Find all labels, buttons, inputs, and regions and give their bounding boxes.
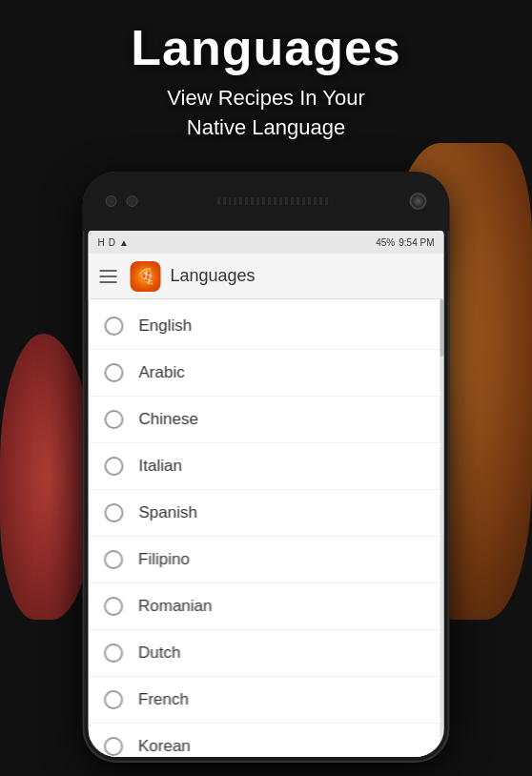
app-logo-icon: 🍕 xyxy=(131,261,161,292)
language-label-romanian: Romanian xyxy=(138,597,213,616)
language-label-french: French xyxy=(138,690,189,709)
language-label-spanish: Spanish xyxy=(138,503,196,522)
scrollbar-track xyxy=(440,299,444,757)
language-item-arabic[interactable]: Arabic xyxy=(89,350,444,397)
camera-left xyxy=(106,195,138,207)
header-section: Languages View Recipes In YourNative Lan… xyxy=(0,19,532,143)
radio-korean[interactable] xyxy=(104,737,123,756)
status-bar: H D ▲ 45% 9:54 PM xyxy=(89,231,444,254)
front-camera xyxy=(410,193,427,210)
radio-romanian[interactable] xyxy=(104,597,123,616)
scrollbar-thumb xyxy=(440,299,444,357)
hamburger-line-2 xyxy=(100,276,117,277)
hamburger-line-3 xyxy=(100,281,117,283)
radio-arabic[interactable] xyxy=(104,363,123,382)
language-item-english[interactable]: English xyxy=(89,303,444,350)
network-d: D xyxy=(109,237,115,248)
radio-chinese[interactable] xyxy=(104,410,123,429)
language-list[interactable]: EnglishArabicChineseItalianSpanishFilipi… xyxy=(89,299,444,757)
language-item-romanian[interactable]: Romanian xyxy=(89,583,444,630)
language-item-dutch[interactable]: Dutch xyxy=(89,630,444,677)
signal-icon: ▲ xyxy=(119,237,129,248)
language-label-filipino: Filipino xyxy=(138,550,190,569)
language-label-korean: Korean xyxy=(138,737,191,756)
radio-italian[interactable] xyxy=(104,457,123,476)
network-indicators: H D ▲ xyxy=(98,237,129,248)
page-subtitle: View Recipes In YourNative Language xyxy=(0,84,532,143)
language-item-spanish[interactable]: Spanish xyxy=(89,490,444,537)
page-title: Languages xyxy=(0,19,532,76)
camera-dot-2 xyxy=(127,195,138,207)
network-h: H xyxy=(98,237,105,248)
radio-spanish[interactable] xyxy=(104,503,123,522)
language-label-chinese: Chinese xyxy=(138,410,197,429)
language-item-italian[interactable]: Italian xyxy=(89,443,444,490)
speaker-grille xyxy=(216,197,331,205)
radio-english[interactable] xyxy=(104,317,123,336)
current-time: 9:54 PM xyxy=(399,237,434,248)
language-label-dutch: Dutch xyxy=(138,643,180,663)
battery-level: 45% xyxy=(376,237,395,248)
language-label-italian: Italian xyxy=(138,457,181,476)
hamburger-line-1 xyxy=(100,270,117,272)
phone-top-bar xyxy=(83,172,450,231)
toolbar-title: Languages xyxy=(171,266,256,286)
camera-dot-1 xyxy=(106,195,117,207)
language-item-french[interactable]: French xyxy=(89,677,444,724)
radio-french[interactable] xyxy=(104,690,123,709)
app-icon-emoji: 🍕 xyxy=(136,267,155,285)
phone-screen: H D ▲ 45% 9:54 PM 🍕 Languages EnglishAra… xyxy=(89,231,444,757)
radio-filipino[interactable] xyxy=(104,550,123,569)
language-item-chinese[interactable]: Chinese xyxy=(89,397,444,443)
radio-dutch[interactable] xyxy=(104,643,123,663)
app-toolbar: 🍕 Languages xyxy=(89,254,444,299)
language-label-english: English xyxy=(138,317,192,336)
language-label-arabic: Arabic xyxy=(138,363,184,382)
language-item-korean[interactable]: Korean xyxy=(89,724,444,757)
phone-device: H D ▲ 45% 9:54 PM 🍕 Languages EnglishAra… xyxy=(83,172,450,763)
language-item-filipino[interactable]: Filipino xyxy=(89,537,444,583)
hamburger-menu-icon[interactable] xyxy=(100,270,117,283)
